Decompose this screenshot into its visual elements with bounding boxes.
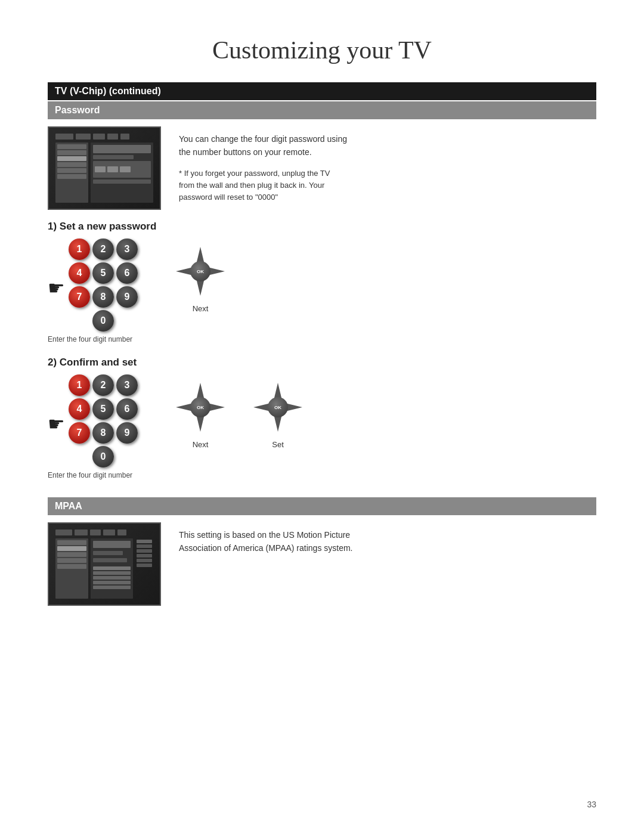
keypad-row-4: 0 (69, 310, 138, 332)
key2-7: 7 (69, 422, 90, 444)
step2-dpad-group: OK Next OK Set (174, 380, 305, 449)
step1-keypad: ☛ 1 2 3 4 5 6 7 (48, 239, 138, 343)
page-number: 33 (587, 800, 596, 809)
step1-title: 1) Set a new password (48, 221, 596, 233)
desc-line2: the number buttons on your remote. (179, 145, 347, 159)
dpad-ok-1: OK (190, 261, 210, 281)
step2-keypad: ☛ 1 2 3 4 5 6 7 8 9 (48, 374, 138, 479)
dpad-ok-2: OK (190, 397, 210, 417)
next-label-2: Next (193, 440, 209, 449)
keypad-grid-1: 1 2 3 4 5 6 7 8 9 (69, 239, 138, 332)
mpaa-description: This setting is based on the US Motion P… (179, 522, 353, 555)
keypad-row-2: 4 5 6 (69, 262, 138, 284)
keypad-wrapper-2: ☛ 1 2 3 4 5 6 7 8 9 (48, 374, 138, 467)
keypad2-row-1: 1 2 3 (69, 374, 138, 396)
mpaa-intro-row: This setting is based on the US Motion P… (48, 522, 596, 606)
screen-preview-mpaa (48, 522, 161, 606)
step2-dpad-set: OK Set (251, 380, 305, 449)
key-0: 0 (92, 310, 114, 332)
key2-0: 0 (92, 446, 114, 467)
key-9: 9 (116, 286, 138, 308)
keypad-wrapper-1: ☛ 1 2 3 4 5 6 7 (48, 239, 138, 332)
password-note: * If you forget your password, unplug th… (179, 168, 347, 203)
mpaa-subheader: MPAA (48, 497, 596, 515)
next-label-1: Next (193, 304, 209, 313)
key-8: 8 (92, 286, 114, 308)
key2-4: 4 (69, 398, 90, 420)
key-2: 2 (92, 239, 114, 260)
dpad-2: OK (174, 380, 227, 434)
password-header: Password (48, 101, 596, 119)
dpad-3: OK (251, 380, 305, 434)
hand-icon-2: ☛ (48, 413, 65, 435)
key2-5: 5 (92, 398, 114, 420)
hand-icon-1: ☛ (48, 277, 65, 299)
step1-content: ☛ 1 2 3 4 5 6 7 (48, 239, 596, 343)
key-7: 7 (69, 286, 90, 308)
step1-keypad-label: Enter the four digit number (48, 335, 132, 343)
desc-line1: You can change the four digit password u… (179, 132, 347, 145)
key2-9: 9 (116, 422, 138, 444)
keypad2-row-4: 0 (69, 446, 138, 467)
key2-2: 2 (92, 374, 114, 396)
key-5: 5 (92, 262, 114, 284)
password-intro-row: You can change the four digit password u… (48, 126, 596, 210)
page-title: Customizing your TV (48, 36, 596, 64)
main-section-header: TV (V-Chip) (continued) (48, 82, 596, 100)
key2-6: 6 (116, 398, 138, 420)
key2-1: 1 (69, 374, 90, 396)
keypad-row-3: 7 8 9 (69, 286, 138, 308)
step2-dpad-next: OK Next (174, 380, 227, 449)
dpad-1: OK (174, 244, 227, 298)
set-label: Set (272, 440, 284, 449)
key-1: 1 (69, 239, 90, 260)
keypad2-row-3: 7 8 9 (69, 422, 138, 444)
step2-title: 2) Confirm and set (48, 357, 596, 368)
keypad-grid-2: 1 2 3 4 5 6 7 8 9 0 (69, 374, 138, 467)
mpaa-desc-1: This setting is based on the US Motion P… (179, 528, 353, 541)
screen-preview-password (48, 126, 161, 210)
dpad-ok-3: OK (268, 397, 288, 417)
keypad2-row-2: 4 5 6 (69, 398, 138, 420)
key-4: 4 (69, 262, 90, 284)
page-container: Customizing your TV TV (V-Chip) (continu… (0, 0, 644, 833)
step2-keypad-label: Enter the four digit number (48, 471, 132, 479)
mpaa-desc-2: Association of America (MPAA) ratings sy… (179, 541, 353, 555)
mpaa-section: MPAA (48, 497, 596, 606)
key-3: 3 (116, 239, 138, 260)
keypad-row-1: 1 2 3 (69, 239, 138, 260)
key2-8: 8 (92, 422, 114, 444)
step1-dpad: OK Next (174, 244, 227, 313)
key-6: 6 (116, 262, 138, 284)
key2-3: 3 (116, 374, 138, 396)
password-description: You can change the four digit password u… (179, 126, 347, 203)
step2-content: ☛ 1 2 3 4 5 6 7 8 9 (48, 374, 596, 479)
